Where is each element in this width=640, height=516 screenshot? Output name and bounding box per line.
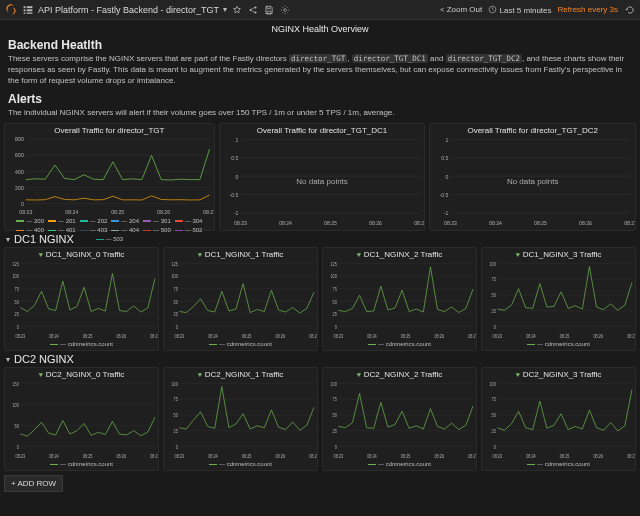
svg-text:08:23: 08:23 (334, 453, 344, 459)
svg-text:08:23: 08:23 (16, 333, 26, 339)
legend-item[interactable]: — cdnmetrics.count (527, 461, 590, 468)
svg-text:08:25: 08:25 (83, 453, 93, 459)
grafana-logo-icon[interactable] (4, 3, 18, 17)
chevron-down-icon[interactable]: ▾ (223, 5, 227, 14)
legend-item[interactable]: — cdnmetrics.count (527, 341, 590, 348)
svg-text:0: 0 (17, 324, 19, 330)
chart-panel[interactable]: ♥DC2_NGINX_1 Traffic025507510008:2308:24… (163, 367, 318, 471)
chart-area[interactable]: 05010015008:2308:2408:2508:2608:27 (5, 379, 158, 460)
heart-icon: ♥ (357, 251, 361, 258)
legend-item[interactable]: — 403 (80, 227, 108, 234)
chart-area[interactable]: 025507510012508:2308:2408:2508:2608:27 (164, 259, 317, 340)
svg-text:75: 75 (333, 286, 338, 292)
chart-panel[interactable]: Overall Traffic for director_TGT_DC1-1-0… (219, 123, 426, 231)
svg-text:25: 25 (15, 312, 20, 318)
chart-legend: — cdnmetrics.count (323, 460, 476, 470)
chart-panel[interactable]: Overall Traffic for director_TGT_DC2-1-0… (429, 123, 636, 231)
svg-text:08:27: 08:27 (150, 333, 158, 339)
svg-text:0: 0 (494, 324, 496, 330)
chart-area[interactable]: 025507510012508:2308:2408:2508:2608:27 (5, 259, 158, 340)
svg-text:08:27: 08:27 (468, 453, 476, 459)
chart-panel[interactable]: ♥DC2_NGINX_0 Traffic05010015008:2308:240… (4, 367, 159, 471)
svg-text:08:27: 08:27 (627, 453, 635, 459)
legend-item[interactable]: — cdnmetrics.count (368, 341, 431, 348)
zoom-out-button[interactable]: < Zoom Out (440, 5, 482, 14)
heart-icon: ♥ (39, 251, 43, 258)
chart-area[interactable]: 025507510008:2308:2408:2508:2608:27 (482, 259, 635, 340)
svg-text:08:23: 08:23 (175, 453, 185, 459)
dc2-row-header[interactable]: ▾DC2 NGINX (0, 351, 640, 367)
svg-text:100: 100 (171, 381, 178, 387)
chart-area[interactable]: 025507510008:2308:2408:2508:2608:27 (482, 379, 635, 460)
legend-item[interactable]: — 200 (16, 218, 44, 225)
svg-text:125: 125 (330, 261, 337, 267)
legend-item[interactable]: — cdnmetrics.count (209, 341, 272, 348)
refresh-icon[interactable] (624, 4, 636, 16)
legend-item[interactable]: — cdnmetrics.count (209, 461, 272, 468)
legend-item[interactable]: — 301 (143, 218, 171, 225)
chart-panel[interactable]: ♥DC1_NGINX_3 Traffic025507510008:2308:24… (481, 247, 636, 351)
add-row-button[interactable]: + ADD ROW (4, 475, 63, 492)
chart-area[interactable]: 025507510008:2308:2408:2508:2608:27 (323, 379, 476, 460)
dashboard-title[interactable]: API Platform - Fastly Backend - director… (38, 5, 219, 15)
legend-item[interactable]: — 404 (111, 227, 139, 234)
chart-legend: — cdnmetrics.count (5, 460, 158, 470)
svg-text:08:25: 08:25 (83, 333, 93, 339)
svg-rect-0 (24, 6, 26, 8)
svg-text:08:23: 08:23 (16, 453, 26, 459)
svg-text:08:23: 08:23 (493, 333, 503, 339)
legend-item[interactable]: — 502 (175, 227, 203, 234)
chart-area[interactable]: 025507510012508:2308:2408:2508:2608:27 (323, 259, 476, 340)
chart-panel[interactable]: ♥DC1_NGINX_1 Traffic025507510012508:2308… (163, 247, 318, 351)
svg-text:25: 25 (174, 312, 179, 318)
svg-text:08:27: 08:27 (309, 453, 317, 459)
chart-panel[interactable]: ♥DC1_NGINX_2 Traffic025507510012508:2308… (322, 247, 477, 351)
legend-item[interactable]: — cdnmetrics.count (368, 461, 431, 468)
chart-panel[interactable]: Overall Traffic for director_TGT02004006… (4, 123, 215, 231)
no-data-label: No data points (220, 135, 425, 227)
svg-rect-2 (24, 12, 26, 13)
svg-text:08:23: 08:23 (175, 333, 185, 339)
topbar: API Platform - Fastly Backend - director… (0, 0, 640, 20)
refresh-interval-button[interactable]: Refresh every 3s (558, 5, 618, 14)
svg-text:0: 0 (21, 201, 24, 207)
chart-panel[interactable]: ♥DC1_NGINX_0 Traffic025507510012508:2308… (4, 247, 159, 351)
chart-panel[interactable]: ♥DC2_NGINX_2 Traffic025507510008:2308:24… (322, 367, 477, 471)
legend-item[interactable]: — cdnmetrics.count (50, 461, 113, 468)
chart-legend: — cdnmetrics.count (482, 460, 635, 470)
legend-item[interactable]: — 202 (80, 218, 108, 225)
svg-text:50: 50 (174, 413, 179, 419)
svg-text:125: 125 (171, 261, 178, 267)
svg-text:150: 150 (12, 381, 19, 387)
svg-text:08:26: 08:26 (157, 210, 170, 216)
chart-area[interactable]: 020040060080008:2308:2408:2508:2608:27 (5, 135, 214, 216)
chart-legend (220, 227, 425, 230)
legend-item[interactable]: — 304 (175, 218, 203, 225)
chart-area[interactable]: -1-0.500.5108:2308:2408:2508:2608:27No d… (430, 135, 635, 227)
svg-text:100: 100 (12, 274, 19, 280)
gear-icon[interactable] (279, 4, 291, 16)
legend-item[interactable]: — 204 (111, 218, 139, 225)
legend-item[interactable]: — cdnmetrics.count (50, 341, 113, 348)
panel-title: DC1_NGINX_3 Traffic (523, 250, 602, 259)
share-icon[interactable] (247, 4, 259, 16)
dashboard-list-icon[interactable] (22, 4, 34, 16)
time-range-button[interactable]: Last 5 minutes (488, 5, 551, 15)
legend-item[interactable]: — 201 (48, 218, 76, 225)
panel-title: DC2_NGINX_1 Traffic (205, 370, 284, 379)
svg-rect-3 (27, 6, 33, 8)
chart-legend (430, 227, 635, 230)
svg-text:08:23: 08:23 (334, 333, 344, 339)
chart-panel[interactable]: ♥DC2_NGINX_3 Traffic025507510008:2308:24… (481, 367, 636, 471)
chart-area[interactable]: 025507510008:2308:2408:2508:2608:27 (164, 379, 317, 460)
panel-title: Overall Traffic for director_TGT_DC1 (257, 126, 388, 135)
save-icon[interactable] (263, 4, 275, 16)
chart-legend: — cdnmetrics.count (164, 340, 317, 350)
legend-item[interactable]: — 503 (96, 236, 124, 243)
legend-item[interactable]: — 500 (143, 227, 171, 234)
svg-text:08:27: 08:27 (468, 333, 476, 339)
heart-icon: ♥ (198, 251, 202, 258)
chart-area[interactable]: -1-0.500.5108:2308:2408:2508:2608:27No d… (220, 135, 425, 227)
svg-text:50: 50 (15, 299, 20, 305)
star-icon[interactable] (231, 4, 243, 16)
